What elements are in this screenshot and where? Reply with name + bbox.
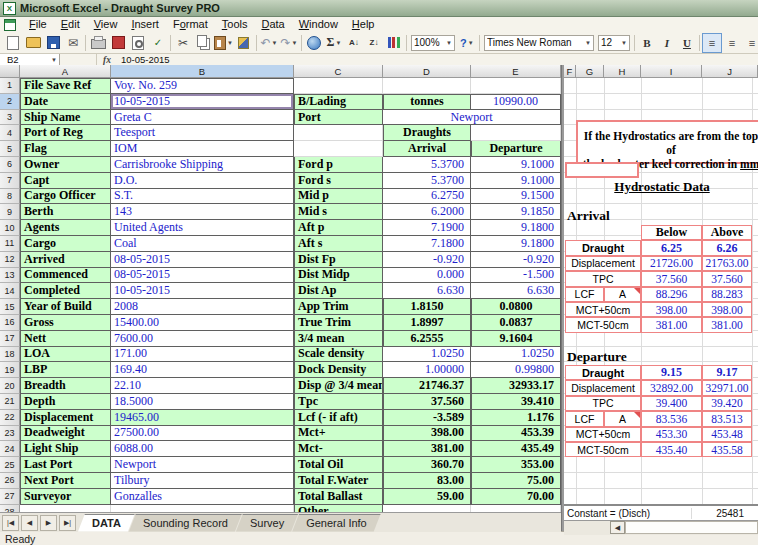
cell-C17[interactable]: 3/4 mean — [294, 331, 383, 347]
paste-dropdown-icon[interactable]: ▼ — [227, 40, 233, 46]
cell-A14[interactable]: Completed — [20, 283, 111, 299]
copy-icon[interactable] — [193, 33, 213, 53]
row-header-1[interactable]: 1 — [0, 78, 20, 94]
hydro-below-value[interactable]: 83.536 — [641, 411, 702, 426]
cell-B12[interactable]: 08-05-2015 — [111, 252, 294, 268]
cell-C2[interactable]: B/Lading — [294, 94, 383, 110]
row-header-13[interactable]: 13 — [0, 268, 20, 284]
open-icon[interactable] — [23, 33, 43, 53]
cell-B6[interactable]: Carrisbrooke Shipping — [111, 157, 294, 173]
hydro-below-value[interactable]: 398.00 — [641, 302, 702, 317]
redo-dropdown-icon[interactable]: ▼ — [292, 40, 298, 46]
hydro-below-value[interactable]: 453.30 — [641, 427, 702, 442]
row-header-9[interactable]: 9 — [0, 204, 20, 220]
cell-C19[interactable]: Dock Density — [294, 362, 383, 378]
cell-C15[interactable]: App Trim — [294, 299, 383, 315]
hyperlink-icon[interactable] — [304, 33, 324, 53]
paste-icon[interactable]: ▼ — [213, 33, 234, 53]
cell-D28[interactable] — [383, 505, 471, 512]
cell-C7[interactable]: Ford s — [294, 173, 383, 189]
cell-D20[interactable]: 21746.37 — [383, 378, 471, 394]
cell-B17[interactable]: 7600.00 — [111, 331, 294, 347]
column-header-E[interactable]: E — [471, 65, 561, 78]
hydro-above-value[interactable]: 435.58 — [702, 442, 752, 457]
row-header-12[interactable]: 12 — [0, 252, 20, 268]
cell-B18[interactable]: 171.00 — [111, 347, 294, 363]
cell-A17[interactable]: Nett — [20, 331, 111, 347]
cell-E7[interactable]: 9.1000 — [471, 173, 561, 189]
cell-A4[interactable]: Port of Reg — [20, 125, 111, 141]
cell-D16[interactable]: 1.8997 — [383, 315, 471, 331]
tab-data[interactable]: DATA — [78, 514, 135, 532]
row-header-15[interactable]: 15 — [0, 299, 20, 315]
cell-D1[interactable] — [383, 78, 471, 94]
column-header-J[interactable]: J — [702, 65, 758, 78]
cell-D26[interactable]: 83.00 — [383, 473, 471, 489]
cell-A28[interactable] — [20, 505, 111, 512]
cell-C6[interactable]: Ford p — [294, 157, 383, 173]
cell-C5[interactable] — [294, 141, 383, 157]
formula-input[interactable]: 10-05-2015 — [117, 54, 170, 65]
hydro-above-value[interactable]: 32971.00 — [702, 380, 752, 395]
font-size-select[interactable]: 12▼ — [598, 35, 630, 51]
row-header-14[interactable]: 14 — [0, 283, 20, 299]
bold-button[interactable]: B — [637, 33, 657, 53]
row-header-28[interactable]: 28 — [0, 505, 20, 512]
hydro-below-value[interactable]: 435.40 — [641, 442, 702, 457]
cell-D8[interactable]: 6.2750 — [383, 189, 471, 205]
menu-data[interactable]: Data — [254, 17, 291, 32]
redo-icon[interactable]: ↷▼ — [279, 33, 299, 53]
row-header-27[interactable]: 27 — [0, 489, 20, 505]
cell-E25[interactable]: 353.00 — [471, 457, 561, 473]
hydro-label[interactable]: LCF — [565, 411, 604, 426]
cell-C9[interactable]: Mid s — [294, 204, 383, 220]
hydro-label[interactable]: Draught — [565, 365, 641, 380]
cell-C11[interactable]: Aft s — [294, 236, 383, 252]
menu-edit[interactable]: Edit — [54, 17, 87, 32]
cell-D23[interactable]: 398.00 — [383, 426, 471, 442]
chart-wizard-icon[interactable] — [384, 33, 404, 53]
hydro-above-value[interactable]: 6.26 — [702, 240, 752, 255]
row-header-23[interactable]: 23 — [0, 426, 20, 442]
cell-E20[interactable]: 32933.17 — [471, 378, 561, 394]
cell-D15[interactable]: 1.8150 — [383, 299, 471, 315]
spelling-icon[interactable]: ✓ — [148, 33, 168, 53]
cell-C3[interactable]: Port — [294, 110, 383, 126]
prev-sheet-icon[interactable]: ◀ — [21, 515, 38, 531]
hydro-sublabel[interactable]: A — [604, 287, 641, 302]
menu-view[interactable]: View — [87, 17, 125, 32]
cell-A13[interactable]: Commenced — [20, 268, 111, 284]
column-header-F[interactable]: F — [564, 65, 576, 78]
row-header-22[interactable]: 22 — [0, 410, 20, 426]
menu-help[interactable]: Help — [345, 17, 382, 32]
row-header-4[interactable]: 4 — [0, 125, 20, 141]
cell-E9[interactable]: 9.1850 — [471, 204, 561, 220]
cell-D5[interactable]: Arrival — [383, 141, 471, 157]
cell-A3[interactable]: Ship Name — [20, 110, 111, 126]
cell-C14[interactable]: Dist Ap — [294, 283, 383, 299]
cell-C26[interactable]: Total F.Water — [294, 473, 383, 489]
hydro-above-value[interactable]: 381.00 — [702, 317, 752, 332]
cell-D7[interactable]: 5.3700 — [383, 173, 471, 189]
cell-B4[interactable]: Teesport — [111, 125, 294, 141]
cell-D9[interactable]: 6.2000 — [383, 204, 471, 220]
cell-A25[interactable]: Last Port — [20, 457, 111, 473]
cell-D27[interactable]: 59.00 — [383, 489, 471, 505]
tab-general-info[interactable]: General Info — [292, 514, 381, 532]
column-header-C[interactable]: C — [294, 65, 383, 78]
first-sheet-icon[interactable]: |◀ — [2, 515, 19, 531]
new-icon[interactable] — [3, 33, 23, 53]
hydro-label[interactable]: MCT-50cm — [565, 317, 641, 332]
cell-D19[interactable]: 1.00000 — [383, 362, 471, 378]
cell-D21[interactable]: 37.560 — [383, 394, 471, 410]
hydro-below-value[interactable]: 21726.00 — [641, 256, 702, 271]
cell-C8[interactable]: Mid p — [294, 189, 383, 205]
cell-E21[interactable]: 39.410 — [471, 394, 561, 410]
hydro-above-value[interactable]: 83.513 — [702, 411, 752, 426]
row-header-11[interactable]: 11 — [0, 236, 20, 252]
cell-B9[interactable]: 143 — [111, 204, 294, 220]
menu-insert[interactable]: Insert — [124, 17, 166, 32]
hydro-label[interactable]: TPC — [565, 396, 641, 411]
keel-correction-note[interactable]: If the Hydrostatics are from the top of … — [576, 120, 758, 164]
cell-E11[interactable]: 9.1800 — [471, 236, 561, 252]
